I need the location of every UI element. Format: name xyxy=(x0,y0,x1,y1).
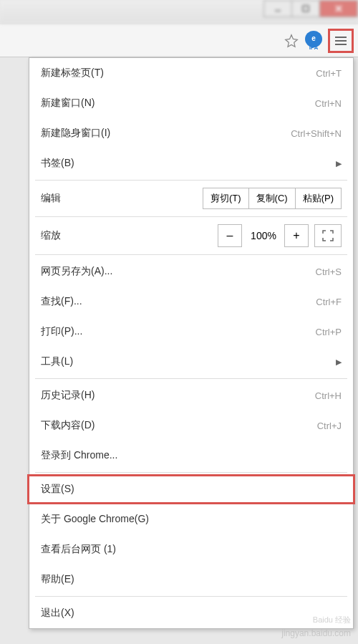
menu-find[interactable]: 查找(F)... Ctrl+F xyxy=(29,287,353,317)
menu-label: 编辑 xyxy=(41,192,98,205)
svg-rect-1 xyxy=(303,6,309,11)
cut-button[interactable]: 剪切(T) xyxy=(203,188,249,209)
chrome-main-menu: 新建标签页(T) Ctrl+T 新建窗口(N) Ctrl+N 新建隐身窗口(I)… xyxy=(29,57,354,629)
menu-new-window[interactable]: 新建窗口(N) Ctrl+N xyxy=(29,88,353,118)
browser-toolbar: e IPA xyxy=(0,24,358,57)
menu-label: 帮助(E) xyxy=(41,573,74,586)
menu-shortcut: Ctrl+F xyxy=(316,297,342,307)
menu-downloads[interactable]: 下载内容(D) Ctrl+J xyxy=(29,410,353,441)
menu-label: 登录到 Chrome... xyxy=(41,449,117,462)
menu-label: 新建标签页(T) xyxy=(41,67,104,80)
zoom-value: 100% xyxy=(242,230,285,241)
menu-label: 书签(B) xyxy=(41,157,74,170)
submenu-arrow-icon: ▶ xyxy=(336,159,342,168)
menu-shortcut: Ctrl+Shift+N xyxy=(291,128,342,139)
menu-label: 缩放 xyxy=(41,229,98,242)
menu-divider xyxy=(35,472,347,473)
menu-label: 查看后台网页 (1) xyxy=(41,543,116,556)
titlebar-blurred-area xyxy=(0,0,264,4)
menu-shortcut: Ctrl+H xyxy=(315,390,342,401)
menu-incognito[interactable]: 新建隐身窗口(I) Ctrl+Shift+N xyxy=(29,118,353,148)
menu-exit[interactable]: 退出(X) xyxy=(29,598,353,628)
menu-print[interactable]: 打印(P)... Ctrl+P xyxy=(29,317,353,347)
menu-shortcut: Ctrl+N xyxy=(315,98,342,109)
menu-label: 设置(S) xyxy=(41,483,74,496)
menu-background-pages[interactable]: 查看后台网页 (1) xyxy=(29,534,353,564)
menu-label: 新建窗口(N) xyxy=(41,97,95,110)
menu-shortcut: Ctrl+S xyxy=(316,266,342,277)
menu-history[interactable]: 历史记录(H) Ctrl+H xyxy=(29,380,353,410)
menu-shortcut: Ctrl+T xyxy=(316,68,342,79)
copy-button[interactable]: 复制(C) xyxy=(248,188,296,209)
menu-label: 打印(P)... xyxy=(41,325,82,338)
menu-settings[interactable]: 设置(S) xyxy=(27,474,355,504)
menu-divider xyxy=(35,180,347,181)
menu-shortcut: Ctrl+P xyxy=(316,327,342,337)
menu-label: 关于 Google Chrome(G) xyxy=(41,513,149,526)
menu-label: 查找(F)... xyxy=(41,295,82,308)
menu-help[interactable]: 帮助(E) xyxy=(29,564,353,595)
hamburger-icon xyxy=(335,37,347,45)
menu-divider xyxy=(35,216,347,217)
menu-sign-in[interactable]: 登录到 Chrome... xyxy=(29,441,353,471)
menu-zoom-row: 缩放 – 100% + xyxy=(29,218,353,253)
submenu-arrow-icon: ▶ xyxy=(336,357,342,367)
menu-label: 退出(X) xyxy=(41,607,74,620)
menu-about[interactable]: 关于 Google Chrome(G) xyxy=(29,504,353,534)
watermark-url: jingyan.baidu.com xyxy=(281,628,351,638)
zoom-out-button[interactable]: – xyxy=(218,224,242,247)
menu-bookmarks[interactable]: 书签(B) ▶ xyxy=(29,148,353,178)
menu-save-as[interactable]: 网页另存为(A)... Ctrl+S xyxy=(29,256,353,287)
menu-edit-row: 编辑 剪切(T) 复制(C) 粘贴(P) xyxy=(29,182,353,215)
menu-divider xyxy=(35,596,347,597)
ipa-letter: e xyxy=(311,35,316,42)
menu-label: 网页另存为(A)... xyxy=(41,265,112,278)
bookmark-star-icon[interactable] xyxy=(284,33,299,49)
menu-label: 下载内容(D) xyxy=(41,419,95,432)
menu-divider xyxy=(35,254,347,255)
zoom-in-button[interactable]: + xyxy=(284,224,309,247)
menu-label: 工具(L) xyxy=(41,355,73,368)
fullscreen-button[interactable] xyxy=(314,224,342,247)
chrome-menu-button[interactable] xyxy=(328,29,354,53)
maximize-button[interactable] xyxy=(291,0,320,17)
menu-tools[interactable]: 工具(L) ▶ xyxy=(29,347,353,377)
menu-shortcut: Ctrl+J xyxy=(317,420,342,431)
menu-divider xyxy=(35,378,347,379)
window-titlebar xyxy=(0,0,358,24)
paste-button[interactable]: 粘贴(P) xyxy=(295,188,342,209)
close-button[interactable] xyxy=(319,0,358,17)
minimize-button[interactable] xyxy=(263,0,292,17)
ipa-extension-icon[interactable]: e IPA xyxy=(304,31,324,51)
ipa-label: IPA xyxy=(309,44,319,51)
fullscreen-icon xyxy=(322,230,334,241)
menu-label: 新建隐身窗口(I) xyxy=(41,127,110,140)
menu-label: 历史记录(H) xyxy=(41,389,95,402)
menu-new-tab[interactable]: 新建标签页(T) Ctrl+T xyxy=(29,58,353,88)
